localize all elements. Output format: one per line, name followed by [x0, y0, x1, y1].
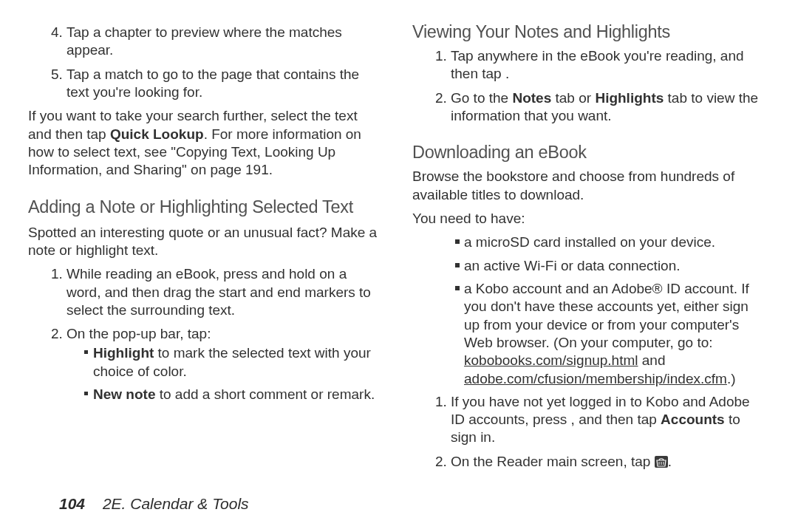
list-item: Tap anywhere in the eBook you're reading… — [451, 47, 767, 83]
bold-text: Notes — [512, 90, 551, 106]
paragraph-quick-lookup: If you want to take your search further,… — [28, 107, 383, 179]
shopping-basket-icon — [655, 454, 668, 472]
list-item: On the Reader main screen, tap . — [451, 453, 767, 472]
page-footer: 104 2E. Calendar & Tools — [59, 495, 249, 513]
text-run: a Kobo account and an Adobe® ID account.… — [464, 281, 749, 350]
paragraph-dl-need: You need to have: — [412, 210, 767, 228]
bold-text: Highlight — [93, 345, 154, 361]
bold-text: Quick Lookup — [110, 126, 204, 142]
heading-downloading: Downloading an eBook — [412, 141, 767, 163]
bold-text: Highlights — [595, 90, 664, 106]
paragraph-add-intro: Spotted an interesting quote or an unusu… — [28, 224, 383, 260]
nested-bullets: Highlight to mark the selected text with… — [66, 344, 383, 403]
requirements-list: a microSD card installed on your device.… — [412, 233, 767, 388]
text-run: . — [668, 454, 672, 469]
bullet-item: an active Wi-Fi or data connection. — [455, 257, 767, 275]
list-item: On the pop-up bar, tap: Highlight to mar… — [66, 325, 383, 403]
right-column: Viewing Your Notes and Highlights Tap an… — [412, 21, 767, 478]
bullet-item: a microSD card installed on your device. — [455, 233, 767, 251]
bold-text: New note — [93, 386, 155, 402]
text-run: to add a short comment or remark. — [155, 386, 375, 402]
list-item: Tap a match to go to the page that conta… — [66, 66, 383, 102]
document-page: Tap a chapter to preview where the match… — [0, 0, 798, 532]
text-run: On the pop-up bar, tap: — [66, 326, 211, 341]
bullet-item: Highlight to mark the selected text with… — [84, 344, 383, 381]
list-item: Go to the Notes tab or Highlights tab to… — [451, 89, 767, 126]
text-run: tab or — [551, 90, 595, 106]
section-title: 2E. Calendar & Tools — [103, 495, 249, 512]
paragraph-dl-intro: Browse the bookstore and choose from hun… — [412, 168, 767, 204]
list-item: If you have not yet logged in to Kobo an… — [451, 393, 767, 447]
text-run: .) — [727, 371, 736, 386]
text-run: Go to the — [451, 90, 512, 106]
text-run: and — [638, 352, 666, 368]
heading-adding-note: Adding a Note or Highlighting Selected T… — [28, 196, 383, 218]
left-column: Tap a chapter to preview where the match… — [28, 21, 383, 478]
add-note-steps: While reading an eBook, press and hold o… — [28, 265, 383, 403]
list-item: Tap a chapter to preview where the match… — [66, 24, 383, 60]
two-column-layout: Tap a chapter to preview where the match… — [28, 21, 770, 478]
heading-viewing-notes: Viewing Your Notes and Highlights — [412, 21, 767, 43]
bullet-item: a Kobo account and an Adobe® ID account.… — [455, 280, 767, 388]
link-adobe[interactable]: adobe.com/cfusion/membership/index.cfm — [464, 371, 727, 386]
view-notes-steps: Tap anywhere in the eBook you're reading… — [412, 47, 767, 125]
page-number: 104 — [59, 495, 85, 512]
download-steps: If you have not yet logged in to Kobo an… — [412, 393, 767, 472]
bold-text: Accounts — [661, 412, 725, 427]
bullet-item: New note to add a short comment or remar… — [84, 386, 383, 403]
text-run: On the Reader main screen, tap — [451, 454, 655, 469]
link-kobobooks[interactable]: kobobooks.com/signup.html — [464, 352, 638, 368]
list-item: While reading an eBook, press and hold o… — [66, 265, 383, 319]
continued-ordered-list: Tap a chapter to preview where the match… — [28, 24, 383, 101]
